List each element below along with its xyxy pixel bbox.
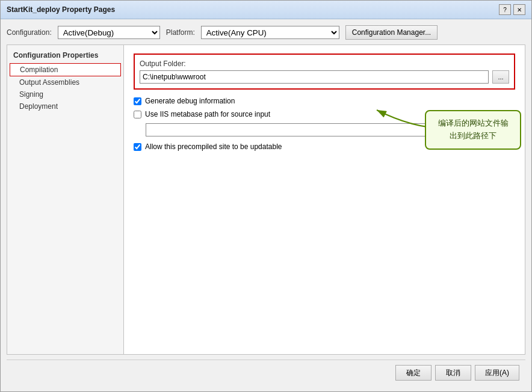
nav-item-compilation[interactable]: Compilation [10,63,121,76]
title-bar-buttons: ? ✕ [499,4,525,15]
configuration-select[interactable]: Active(Debug) [58,26,160,39]
left-panel: Configuration Properties Compilation Out… [7,45,124,354]
iis-path-input[interactable] [146,123,501,136]
left-panel-header: Configuration Properties [7,49,123,63]
nav-item-output-assemblies[interactable]: Output Assemblies [7,76,123,88]
title-bar: StartKit_deploy Property Pages ? ✕ [1,1,531,19]
bottom-buttons: 确定 取消 应用(A) [7,360,525,385]
output-folder-row: ... [140,70,509,84]
platform-label: Platform: [166,28,195,37]
output-folder-input[interactable] [140,70,489,84]
updatable-checkbox[interactable] [134,143,141,151]
output-folder-label: Output Folder: [140,60,509,68]
close-button[interactable]: ✕ [513,4,525,15]
dialog-content: Configuration: Active(Debug) Platform: A… [1,19,531,391]
configuration-label: Configuration: [7,28,52,37]
output-folder-section: Output Folder: ... [134,54,515,90]
generate-debug-label: Generate debug information [145,97,235,105]
window-title: StartKit_deploy Property Pages [7,5,115,14]
help-button[interactable]: ? [499,4,511,15]
right-panel: Output Folder: ... Generate debug inform… [124,45,525,354]
iis-metabase-row: Use IIS metabase path for source input [134,110,515,118]
generate-debug-row: Generate debug information [134,97,515,105]
browse-button[interactable]: ... [492,70,509,84]
generate-debug-checkbox[interactable] [134,97,141,105]
nav-item-deployment[interactable]: Deployment [7,100,123,112]
apply-button[interactable]: 应用(A) [475,365,519,381]
config-manager-button[interactable]: Configuration Manager... [345,25,438,40]
property-pages-dialog: StartKit_deploy Property Pages ? ✕ Confi… [0,0,532,392]
top-row: Configuration: Active(Debug) Platform: A… [7,25,525,40]
updatable-label: Allow this precompiled site to be updata… [145,142,282,151]
updatable-row: Allow this precompiled site to be updata… [134,142,515,151]
cancel-button[interactable]: 取消 [435,365,471,381]
iis-metabase-label: Use IIS metabase path for source input [145,110,270,118]
main-area: Configuration Properties Compilation Out… [7,44,525,355]
platform-select[interactable]: Active(Any CPU) [201,26,339,39]
iis-metabase-checkbox[interactable] [134,111,141,118]
ok-button[interactable]: 确定 [395,365,431,381]
nav-item-signing[interactable]: Signing [7,88,123,100]
